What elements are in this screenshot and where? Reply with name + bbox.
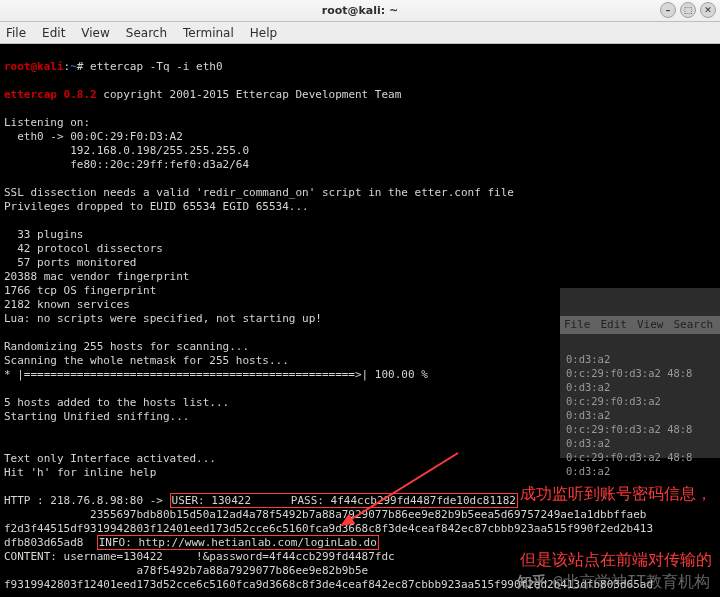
out-line: 192.168.0.198/255.255.255.0 xyxy=(4,144,249,157)
out-line: SSL dissection needs a valid 'redir_comm… xyxy=(4,186,514,199)
out-line: 2182 known services xyxy=(4,298,130,311)
window-title: root@kali: ~ xyxy=(322,4,399,17)
out-line: 20388 mac vendor fingerprint xyxy=(4,270,189,283)
out-line: Lua: no scripts were specified, not star… xyxy=(4,312,322,325)
out-line: 1766 tcp OS fingerprint xyxy=(4,284,156,297)
out-line: Scanning the whole netmask for 255 hosts… xyxy=(4,354,289,367)
bg-menu-view: View xyxy=(637,318,664,332)
zhihu-logo-icon: 知乎 xyxy=(517,575,547,589)
bg-line: 0:c:29:f0:d3:a2 xyxy=(566,395,661,407)
info-url-highlight: INFO: http://www.hetianlab.com/loginLab.… xyxy=(97,535,379,550)
menu-help[interactable]: Help xyxy=(250,26,277,40)
content-line: CONTENT: username=130422 !&password=4f44… xyxy=(4,550,395,563)
ettercap-copyright: copyright 2001-2015 Ettercap Development… xyxy=(97,88,402,101)
bg-line: 0:c:29:f0:d3:a2 48:8 xyxy=(566,423,692,435)
bg-line: 0:c:29:f0:d3:a2 48:8 xyxy=(566,367,692,379)
prompt-hash: # xyxy=(77,60,90,73)
out-line: 57 ports monitored xyxy=(4,256,136,269)
bg-menu-search: Search xyxy=(674,318,714,332)
menubar: File Edit View Search Terminal Help xyxy=(0,22,720,44)
window-titlebar: root@kali: ~ – ⬚ ✕ xyxy=(0,0,720,22)
out-line: Randomizing 255 hosts for scanning... xyxy=(4,340,249,353)
out-line: Privileges dropped to EUID 65534 EGID 65… xyxy=(4,200,309,213)
out-line: Starting Unified sniffing... xyxy=(4,410,189,423)
bg-menu-edit: Edit xyxy=(601,318,628,332)
out-line: Listening on: xyxy=(4,116,90,129)
out-line: 42 protocol dissectors xyxy=(4,242,163,255)
menu-edit[interactable]: Edit xyxy=(42,26,65,40)
menu-terminal[interactable]: Terminal xyxy=(183,26,234,40)
bg-line: 0:d3:a2 xyxy=(566,353,610,365)
terminal-viewport[interactable]: root@kali:~# ettercap -Tq -i eth0 etterc… xyxy=(0,44,720,597)
command-text: ettercap -Tq -i eth0 xyxy=(90,60,222,73)
maximize-button[interactable]: ⬚ xyxy=(680,2,696,18)
out-line: fe80::20c:29ff:fef0:d3a2/64 xyxy=(4,158,249,171)
watermark-text: @北京学神IT教育机构 xyxy=(553,575,710,589)
raw-line: a78f5492b7a88a7929077b86ee9e82b9b5e xyxy=(4,564,368,577)
menu-file[interactable]: File xyxy=(6,26,26,40)
prompt-path: ~ xyxy=(70,60,77,73)
out-line: Hit 'h' for inline help xyxy=(4,466,156,479)
bg-menu-file: File xyxy=(564,318,591,332)
bg-line: 0:d3:a2 xyxy=(566,409,610,421)
out-line: 5 hosts added to the hosts list... xyxy=(4,396,229,409)
background-window: File Edit View Search 0:d3:a2 0:c:29:f0:… xyxy=(560,288,720,458)
out-line: 33 plugins xyxy=(4,228,83,241)
menu-search[interactable]: Search xyxy=(126,26,167,40)
bg-line: 0:d3:a2 xyxy=(566,381,610,393)
http-line-prefix: HTTP : 218.76.8.98:80 -> xyxy=(4,494,170,507)
watermark: 知乎 @北京学神IT教育机构 xyxy=(517,575,710,589)
close-button[interactable]: ✕ xyxy=(700,2,716,18)
prompt-userhost: root@kali xyxy=(4,60,64,73)
out-line: eth0 -> 00:0C:29:F0:D3:A2 xyxy=(4,130,183,143)
menu-view[interactable]: View xyxy=(81,26,109,40)
annotation-line: 但是该站点在前端对传输的 xyxy=(520,549,712,571)
raw-line: dfb803d65ad8 xyxy=(4,536,97,549)
minimize-button[interactable]: – xyxy=(660,2,676,18)
annotation-line: 成功监听到账号密码信息， xyxy=(520,483,712,505)
ettercap-banner: ettercap 0.8.2 xyxy=(4,88,97,101)
out-line: * |=====================================… xyxy=(4,368,428,381)
out-line: Text only Interface activated... xyxy=(4,452,216,465)
credentials-highlight: USER: 130422 PASS: 4f44ccb299fd4487fde10… xyxy=(170,493,518,508)
